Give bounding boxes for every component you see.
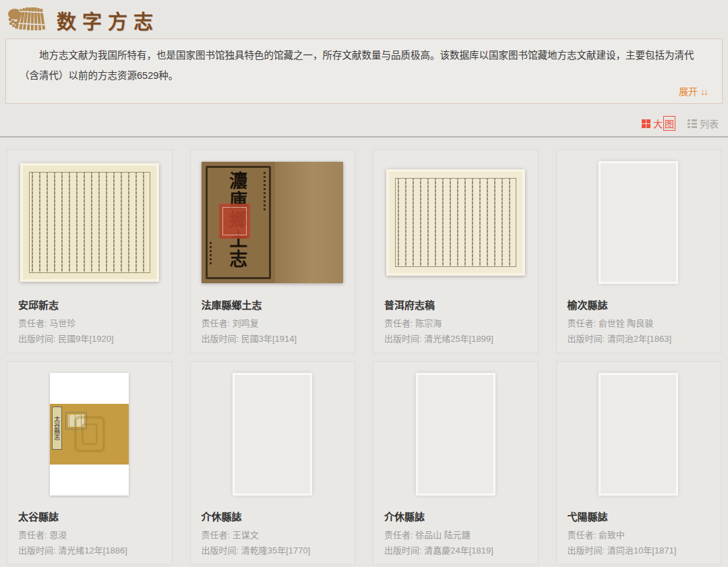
page-header: 数字方志: [0, 0, 728, 38]
view-toolbar: 大图 列表: [0, 104, 728, 133]
author-label: 责任者:: [18, 318, 47, 328]
author-value: 刘鸣复: [233, 318, 259, 328]
pubdate-label: 出版时间:: [18, 545, 56, 556]
author-value: 俞世铨 陶良骏: [599, 318, 654, 328]
grid-view-icon: [642, 119, 650, 128]
book-card[interactable]: 介休縣誌 责任者: 徐品山 陆元鏸 出版时间: 清嘉慶24年[1819]: [373, 361, 539, 565]
book-title[interactable]: 法庫縣鄉土志: [202, 297, 344, 311]
book-cover-placeholder[interactable]: [557, 362, 721, 501]
pubdate-label: 出版时间:: [384, 334, 422, 344]
section-divider: [0, 136, 728, 138]
book-card[interactable]: 弋陽縣誌 责任者: 俞致中 出版时间: 清同治10年[1871]: [556, 361, 722, 565]
author-label: 责任者:: [384, 318, 413, 328]
list-view-icon: [688, 119, 697, 128]
book-card[interactable]: 普洱府志稿 责任者: 陈宗海 出版时间: 清光绪25年[1899]: [373, 150, 539, 353]
pubdate-value: 民國3年[1914]: [241, 334, 297, 344]
book-card[interactable]: 太谷縣志 太谷縣誌 责任者: 恩浚 出版时间: 清光绪12年[1886]: [7, 361, 173, 565]
book-title[interactable]: 弋陽縣誌: [568, 509, 710, 523]
book-card[interactable]: 榆次縣誌 责任者: 俞世铨 陶良骏 出版时间: 清同治2年[1863]: [556, 150, 722, 353]
author-value: 恩浚: [49, 530, 67, 540]
book-title[interactable]: 安邱新志: [18, 297, 161, 311]
database-intro-panel: 地方志文献为我国所特有，也是国家图书馆独具特色的馆藏之一，所存文献数量与品质极高…: [5, 38, 723, 104]
pubdate-label: 出版时间:: [202, 545, 239, 556]
book-cover-placeholder[interactable]: [373, 362, 538, 501]
author-label: 责任者:: [384, 530, 413, 540]
pubdate-value: 民國9年[1920]: [58, 334, 113, 344]
book-card[interactable]: 安邱新志 责任者: 马世珍 出版时间: 民國9年[1920]: [7, 150, 173, 353]
large-view-label-prefix: 大: [653, 117, 663, 130]
book-cover-puer-scan[interactable]: [373, 150, 538, 289]
expand-link[interactable]: 展开 ↓↓: [679, 84, 707, 98]
author-value: 徐品山 陆元鏸: [415, 530, 471, 540]
list-view-label: 列表: [700, 117, 719, 130]
book-cover-placeholder[interactable]: [191, 362, 355, 501]
author-value: 陈宗海: [415, 318, 442, 328]
pubdate-value: 清光绪25年[1899]: [424, 334, 493, 344]
view-toggle-large[interactable]: 大图: [642, 116, 675, 131]
book-cover-faku[interactable]: 灋庫鄉土志: [191, 150, 355, 289]
book-cover-anqiu-scan[interactable]: [7, 150, 172, 289]
bamboo-scroll-icon: [7, 5, 47, 34]
book-title[interactable]: 普洱府志稿: [384, 297, 527, 311]
pubdate-value: 清同治10年[1871]: [607, 545, 677, 556]
watermark-seal-icon: [74, 416, 105, 452]
pubdate-label: 出版时间:: [568, 545, 605, 556]
view-toggle-list[interactable]: 列表: [688, 117, 719, 130]
spine-label-text: 太谷縣志: [52, 407, 62, 450]
author-label: 责任者:: [568, 318, 597, 328]
expand-label: 展开: [679, 86, 698, 97]
expand-arrows-icon: ↓↓: [700, 86, 707, 97]
book-title[interactable]: 介休縣誌: [202, 509, 344, 523]
author-label: 责任者:: [202, 318, 231, 328]
book-card[interactable]: 灋庫鄉土志 法庫縣鄉土志 责任者: 刘鸣复 出版时间: 民國3年[1914]: [190, 150, 356, 353]
book-cover-taigu[interactable]: 太谷縣志: [7, 362, 172, 501]
author-value: 王谋文: [233, 530, 259, 540]
author-label: 责任者:: [568, 530, 597, 540]
pubdate-label: 出版时间:: [202, 334, 239, 344]
pubdate-value: 清乾隆35年[1770]: [241, 545, 311, 556]
author-value: 马世珍: [49, 318, 75, 328]
book-title[interactable]: 介休縣誌: [384, 509, 527, 523]
book-title[interactable]: 太谷縣誌: [18, 509, 161, 523]
book-card[interactable]: 介休縣誌 责任者: 王谋文 出版时间: 清乾隆35年[1770]: [190, 361, 356, 565]
page-title: 数字方志: [57, 6, 159, 34]
intro-text: 地方志文献为我国所特有，也是国家图书馆独具特色的馆藏之一，所存文献数量与品质极高…: [20, 46, 708, 86]
author-value: 俞致中: [599, 530, 625, 540]
pubdate-label: 出版时间:: [384, 545, 422, 556]
large-view-label-boxed: 图: [663, 116, 675, 131]
book-cover-placeholder[interactable]: [557, 150, 721, 289]
book-title[interactable]: 榆次縣誌: [568, 297, 710, 311]
pubdate-value: 清光绪12年[1886]: [58, 545, 127, 556]
author-label: 责任者:: [202, 530, 231, 540]
red-seal-stamp: [219, 204, 250, 239]
book-grid: 安邱新志 责任者: 马世珍 出版时间: 民國9年[1920] 灋庫鄉土志 法庫縣…: [7, 150, 721, 565]
pubdate-value: 清嘉慶24年[1819]: [424, 545, 493, 556]
author-label: 责任者:: [18, 530, 47, 540]
pubdate-value: 清同治2年[1863]: [607, 334, 671, 344]
pubdate-label: 出版时间:: [18, 334, 56, 344]
pubdate-label: 出版时间:: [568, 334, 605, 344]
